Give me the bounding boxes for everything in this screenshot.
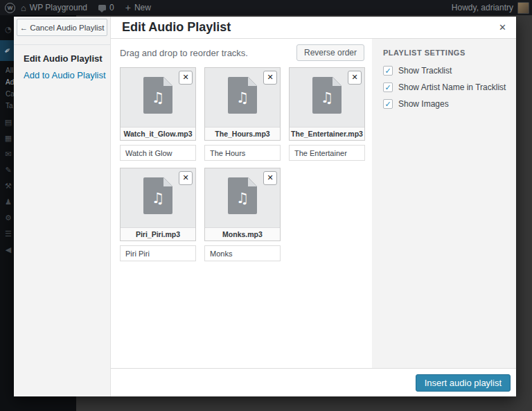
appearance-icon: ✎ [3, 166, 14, 175]
setting-row: ✓ Show Tracklist [383, 65, 516, 76]
howdy-label: Howdy, adriantry [452, 3, 513, 12]
playlist-track: ♫ ✕ Watch_it_Glow.mp3 [120, 67, 196, 161]
track-tile[interactable]: ♫ ✕ Piri_Piri.mp3 [120, 168, 196, 241]
modal-menu-panel: ← Cancel Audio Playlist Edit Audio Playl… [14, 17, 111, 396]
playlist-track: ♫ ✕ The_Hours.mp3 [204, 67, 281, 161]
tools-icon: ⚙ [3, 213, 14, 222]
modal-titlebar: Edit Audio Playlist ✕ [111, 17, 516, 39]
admin-bar: W ⌂ WP Playground 0 + New Howdy, adriant… [0, 0, 532, 15]
playlist-track: ♫ ✕ Piri_Piri.mp3 [120, 168, 196, 261]
music-note-icon: ♫ [236, 191, 249, 205]
users-icon: ♟ [3, 198, 14, 207]
remove-track-icon[interactable]: ✕ [263, 171, 277, 185]
site-name-label: WP Playground [30, 3, 87, 12]
music-note-icon: ♫ [236, 90, 249, 105]
playlist-track: ♫ ✕ Monks.mp3 [204, 168, 281, 261]
account-menu: Howdy, adriantry [452, 2, 532, 14]
menu-separator [14, 44, 110, 45]
media-icon: ▤ [3, 118, 14, 127]
playlist-track: ♫ ✕ The_Entertainer.mp3 [289, 67, 365, 161]
edit-audio-playlist-modal: ← Cancel Audio Playlist Edit Audio Playl… [14, 17, 516, 396]
audio-file-icon: ♫ [228, 177, 257, 214]
music-note-icon: ♫ [152, 90, 165, 105]
setting-row: ✓ Show Artist Name in Tracklist [383, 82, 516, 93]
track-filename: Watch_it_Glow.mp3 [121, 127, 195, 140]
audio-file-icon: ♫ [228, 77, 257, 114]
comments-icon: ✉ [3, 150, 14, 159]
track-tile[interactable]: ♫ ✕ Watch_it_Glow.mp3 [120, 67, 196, 141]
track-caption-input[interactable] [204, 145, 281, 161]
setting-row: ✓ Show Images [383, 98, 516, 110]
track-tile[interactable]: ♫ ✕ Monks.mp3 [204, 168, 281, 241]
modal-toolbar: Insert audio playlist [111, 368, 516, 396]
insert-audio-playlist-button[interactable]: Insert audio playlist [416, 374, 511, 392]
close-icon[interactable]: ✕ [496, 17, 509, 38]
wordpress-logo-icon: W [5, 3, 15, 13]
new-link: + New [120, 0, 157, 15]
track-filename: Piri_Piri.mp3 [121, 227, 195, 241]
plus-icon: + [125, 3, 131, 12]
modal-title: Edit Audio Playlist [122, 17, 231, 38]
drag-drop-instructions: Drag and drop to reorder tracks. [120, 48, 248, 58]
new-label: New [134, 3, 151, 12]
site-name-link: ⌂ WP Playground [15, 0, 93, 15]
playlist-settings-panel: PLAYLIST SETTINGS ✓ Show Tracklist ✓ Sho… [372, 39, 516, 368]
track-filename: The_Hours.mp3 [205, 127, 280, 140]
comment-bubble-icon [98, 5, 106, 10]
music-note-icon: ♫ [152, 191, 165, 205]
playlist-settings-heading: PLAYLIST SETTINGS [383, 49, 516, 57]
playlist-content-area: Drag and drop to reorder tracks. Reverse… [111, 39, 372, 368]
audio-file-icon: ♫ [143, 177, 172, 214]
remove-track-icon[interactable]: ✕ [263, 71, 277, 85]
setting-label: Show Artist Name in Tracklist [398, 82, 506, 92]
remove-track-icon[interactable]: ✕ [179, 71, 193, 85]
checkbox[interactable]: ✓ [383, 99, 393, 109]
checkbox[interactable]: ✓ [383, 82, 393, 92]
cancel-audio-playlist-button[interactable]: ← Cancel Audio Playlist [17, 19, 107, 36]
comments-link: 0 [93, 0, 120, 15]
track-filename: Monks.mp3 [205, 227, 280, 241]
reverse-order-button[interactable]: Reverse order [296, 44, 364, 61]
home-icon: ⌂ [21, 3, 26, 12]
track-caption-input[interactable] [289, 145, 365, 161]
track-tile[interactable]: ♫ ✕ The_Entertainer.mp3 [289, 67, 365, 141]
music-note-icon: ♫ [321, 90, 334, 105]
audio-file-icon: ♫ [143, 77, 172, 114]
remove-track-icon[interactable]: ✕ [348, 71, 362, 85]
checkbox[interactable]: ✓ [383, 66, 393, 76]
setting-label: Show Images [398, 99, 449, 109]
pages-icon: ▦ [3, 134, 14, 143]
posts-pin-icon: ✒ [2, 44, 14, 56]
track-filename: The_Entertainer.mp3 [290, 127, 364, 140]
collapse-icon: ◀ [3, 245, 14, 254]
avatar [517, 2, 529, 14]
tracks-grid: ♫ ✕ Watch_it_Glow.mp3 ♫ ✕ The_Hours.mp3 [120, 67, 365, 261]
dashboard-icon: ◔ [3, 25, 14, 34]
menu-item-add-to-audio-playlist[interactable]: Add to Audio Playlist [24, 70, 106, 80]
comment-count: 0 [109, 3, 114, 12]
track-caption-input[interactable] [120, 245, 196, 261]
settings-icon: ☰ [3, 229, 14, 238]
setting-label: Show Tracklist [398, 66, 452, 76]
track-caption-input[interactable] [120, 145, 196, 161]
track-tile[interactable]: ♫ ✕ The_Hours.mp3 [204, 67, 281, 141]
remove-track-icon[interactable]: ✕ [179, 171, 193, 185]
plugins-icon: ⚒ [3, 182, 14, 191]
track-caption-input[interactable] [204, 245, 281, 261]
menu-item-edit-audio-playlist[interactable]: Edit Audio Playlist [24, 53, 103, 64]
audio-file-icon: ♫ [312, 77, 342, 114]
